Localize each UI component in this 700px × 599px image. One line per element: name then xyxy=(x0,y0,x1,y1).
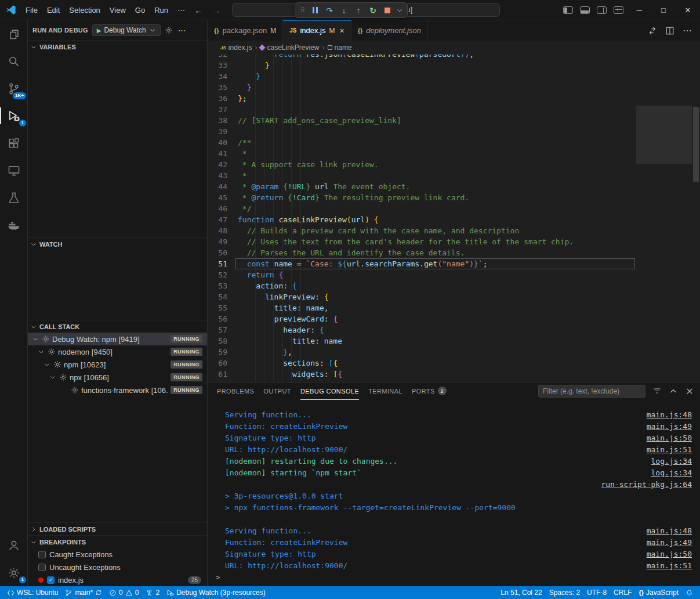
line-number[interactable]: 33 xyxy=(208,60,235,71)
line-number[interactable]: 57 xyxy=(208,324,235,335)
code-line-text[interactable]: action: { xyxy=(235,280,635,291)
line-number[interactable]: 54 xyxy=(208,291,235,302)
toggle-primary-sidebar-button[interactable] xyxy=(563,6,573,14)
open-changes-icon[interactable] xyxy=(648,26,657,35)
callstack-session[interactable]: npx [10656]RUNNING xyxy=(28,371,207,384)
line-number[interactable]: 60 xyxy=(208,358,235,369)
menu-view[interactable]: View xyxy=(105,0,130,20)
minimap[interactable] xyxy=(636,55,692,382)
line-number[interactable]: 49 xyxy=(208,236,235,247)
console-source-link[interactable]: main.js:50 xyxy=(647,549,692,560)
menu-edit[interactable]: Edit xyxy=(42,0,64,20)
line-number[interactable]: 35 xyxy=(208,82,235,93)
menu-more[interactable]: ⋯ xyxy=(173,0,190,20)
console-source-link[interactable]: main.js:48 xyxy=(647,409,692,421)
line-number[interactable]: 46 xyxy=(208,203,235,214)
remote-indicator[interactable]: WSL: Ubuntu xyxy=(3,586,61,599)
line-number[interactable]: 34 xyxy=(208,71,235,82)
stop-button[interactable] xyxy=(381,4,394,17)
line-number[interactable]: 45 xyxy=(208,192,235,203)
console-source-link[interactable]: main.js:51 xyxy=(647,560,692,572)
eol-setting[interactable]: CRLF xyxy=(610,586,635,599)
line-number[interactable]: 51 xyxy=(208,258,235,269)
debug-status[interactable]: Debug Watch (3p-resources) xyxy=(163,586,269,599)
breakpoint-row[interactable]: Uncaught Exceptions xyxy=(28,561,207,573)
panel-tab-output[interactable]: OUTPUT xyxy=(263,383,291,400)
activity-extensions[interactable] xyxy=(0,129,27,157)
panel-tab-problems[interactable]: PROBLEMS xyxy=(217,383,254,400)
line-number[interactable]: 32 xyxy=(208,55,235,60)
toggle-panel-button[interactable] xyxy=(580,6,590,14)
code-line-text[interactable]: * A support case link preview. xyxy=(235,159,635,170)
tab-deployment.json[interactable]: {}deployment.json xyxy=(351,20,428,41)
code-line-text[interactable]: linkPreview: { xyxy=(235,291,635,302)
line-number[interactable]: 55 xyxy=(208,302,235,313)
breakpoint-row[interactable]: ✓index.js25 xyxy=(28,573,207,586)
code-line-text[interactable]: sections: [{ xyxy=(235,358,635,369)
tab-index.js[interactable]: JSindex.jsM× xyxy=(283,20,351,41)
callstack-session[interactable]: nodemon [9450]RUNNING xyxy=(28,345,207,358)
code-line-text[interactable]: previewCard: { xyxy=(235,313,635,324)
minimap-slider[interactable] xyxy=(636,106,692,164)
cursor-position[interactable]: Ln 51, Col 22 xyxy=(497,586,545,599)
activity-testing[interactable] xyxy=(0,184,27,211)
console-source-link[interactable]: main.js:50 xyxy=(647,432,692,444)
customize-layout-button[interactable] xyxy=(614,6,623,14)
close-tab-icon[interactable]: × xyxy=(340,26,344,35)
code-line-text[interactable]: * xyxy=(235,148,635,159)
code-editor[interactable]: 32 return res.json(caseLinkPreview(parse… xyxy=(208,55,700,382)
console-source-link[interactable]: log.js:34 xyxy=(651,456,692,467)
menu-file[interactable]: File xyxy=(21,0,42,20)
breadcrumb-index.js[interactable]: JSindex.js xyxy=(220,44,252,52)
code-line-text[interactable]: title: name, xyxy=(235,302,635,313)
menu-selection[interactable]: Selection xyxy=(64,0,104,20)
maximize-button[interactable]: □ xyxy=(651,0,676,20)
panel-tab-ports[interactable]: PORTS2 xyxy=(412,383,447,400)
code-line-text[interactable]: */ xyxy=(235,203,635,214)
line-number[interactable]: 41 xyxy=(208,148,235,159)
code-line-text[interactable]: * xyxy=(235,170,635,181)
activity-run-and-debug[interactable]: 1 xyxy=(0,102,27,129)
console-source-link[interactable]: main.js:51 xyxy=(647,444,692,456)
line-number[interactable]: 39 xyxy=(208,126,235,137)
editor-scrollbar[interactable] xyxy=(692,55,700,382)
line-number[interactable]: 58 xyxy=(208,335,235,347)
views-more-actions[interactable]: ⋯ xyxy=(178,26,187,35)
code-line-text[interactable]: }; xyxy=(235,93,635,104)
maximize-panel-icon[interactable] xyxy=(669,387,678,396)
code-line-text[interactable]: header: { xyxy=(235,324,635,335)
line-number[interactable]: 56 xyxy=(208,313,235,324)
menu-run[interactable]: Run xyxy=(150,0,173,20)
back-button[interactable]: ← xyxy=(190,5,208,15)
line-number[interactable]: 38 xyxy=(208,115,235,126)
step-into-button[interactable]: ↓ xyxy=(338,4,350,17)
line-number[interactable]: 42 xyxy=(208,159,235,170)
line-number[interactable]: 52 xyxy=(208,269,235,280)
code-line-text[interactable] xyxy=(235,104,635,115)
panel-tab-debug-console[interactable]: DEBUG CONSOLE xyxy=(300,383,359,400)
breakpoint-checkbox[interactable]: ✓ xyxy=(47,576,55,584)
code-line-text[interactable]: // [START add_ons_case_preview_link] xyxy=(235,115,635,126)
callstack-session[interactable]: functions-framework [106...RUNNING xyxy=(28,384,207,396)
menu-go[interactable]: Go xyxy=(130,0,150,20)
close-panel-icon[interactable] xyxy=(685,387,694,396)
code-line-text[interactable]: } xyxy=(235,71,635,82)
activity-remote-explorer[interactable] xyxy=(0,157,27,184)
twistie-icon[interactable] xyxy=(37,348,45,355)
filter-icon[interactable] xyxy=(652,387,662,396)
line-number[interactable]: 50 xyxy=(208,247,235,258)
panel-tab-terminal[interactable]: TERMINAL xyxy=(368,383,402,400)
breakpoint-checkbox[interactable] xyxy=(38,564,46,571)
problems-indicator[interactable]: 0 0 xyxy=(106,586,142,599)
pause-button[interactable] xyxy=(309,4,321,17)
encoding-setting[interactable]: UTF-8 xyxy=(583,586,610,599)
callstack-session[interactable]: Debug Watch: npm [9419]RUNNING xyxy=(28,333,207,345)
line-number[interactable]: 40 xyxy=(208,137,235,148)
twistie-icon[interactable] xyxy=(43,361,51,368)
language-mode[interactable]: {} JavaScript xyxy=(635,586,682,599)
split-editor-icon[interactable] xyxy=(665,26,674,35)
watch-section-header[interactable]: WATCH xyxy=(28,237,207,250)
restart-button[interactable]: ↻ xyxy=(367,4,379,17)
minimize-button[interactable]: ─ xyxy=(627,0,651,20)
console-filter-input[interactable] xyxy=(538,385,645,398)
